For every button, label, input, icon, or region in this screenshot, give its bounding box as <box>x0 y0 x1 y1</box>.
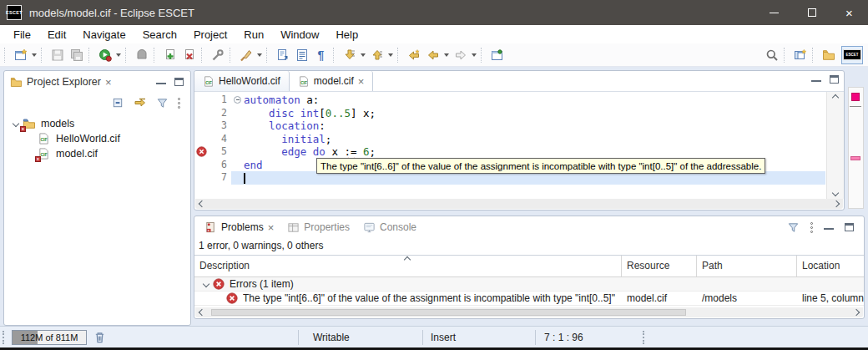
error-marker-icon[interactable] <box>196 146 207 157</box>
tab-problems[interactable]: x Problems × <box>198 217 280 237</box>
tab-properties[interactable]: Properties <box>280 217 356 237</box>
remove-icon[interactable] <box>179 45 199 65</box>
menu-navigate[interactable]: Navigate <box>74 25 134 43</box>
run-dropdown[interactable] <box>114 45 123 65</box>
new-perspective-icon[interactable] <box>790 45 810 65</box>
menu-file[interactable]: File <box>5 25 39 43</box>
previous-annotation-icon[interactable] <box>367 45 386 65</box>
menu-edit[interactable]: Edit <box>39 25 74 43</box>
editor-horizontal-scrollbar[interactable] <box>195 199 843 209</box>
code-text[interactable]: automaton a: disc int[0..5] x; location:… <box>244 92 825 199</box>
pin-editor-icon[interactable] <box>487 45 507 65</box>
tab-close-icon[interactable]: × <box>268 221 275 234</box>
show-whitespace-icon[interactable]: ¶ <box>311 45 331 65</box>
heap-status[interactable]: 112M of 811M <box>12 330 87 345</box>
toolbar-separator <box>230 48 234 63</box>
overview-error-indicator[interactable] <box>851 93 860 101</box>
menu-run[interactable]: Run <box>235 25 272 43</box>
menu-help[interactable]: Help <box>327 25 366 43</box>
wrench-icon[interactable] <box>208 45 227 65</box>
line-number: 2 <box>208 107 231 120</box>
tab-model-cif[interactable]: CIF model.cif × <box>290 71 374 91</box>
column-path[interactable]: Path <box>697 256 797 276</box>
column-resource[interactable]: Resource <box>622 256 697 276</box>
minimize-view-icon[interactable] <box>811 78 821 82</box>
outline-icon[interactable] <box>292 45 311 65</box>
back-dropdown[interactable] <box>442 45 451 65</box>
scroll-right-icon[interactable] <box>853 309 860 316</box>
new-wizard-icon[interactable] <box>11 45 30 65</box>
code-line-4[interactable]: initial; <box>244 133 825 146</box>
code-text-segment: x <box>326 145 345 158</box>
view-menu-icon[interactable] <box>810 222 813 233</box>
link-with-editor-icon[interactable] <box>134 97 147 109</box>
format-icon[interactable] <box>236 45 255 65</box>
tree-item-model[interactable]: CIF x model.cif <box>4 146 190 161</box>
scrollbar-thumb[interactable] <box>211 309 686 316</box>
maximize-view-icon[interactable] <box>174 78 184 86</box>
tab-helloworld-cif[interactable]: CIF HelloWorld.cif <box>194 71 290 91</box>
maximize-view-icon[interactable] <box>845 223 854 231</box>
minimize-button[interactable] <box>755 0 793 25</box>
scroll-right-icon[interactable] <box>833 200 840 207</box>
problems-horizontal-scrollbar[interactable] <box>195 307 863 317</box>
escet-perspective-button[interactable]: ESCET <box>841 46 863 64</box>
add-icon[interactable] <box>160 45 179 65</box>
tab-close-icon[interactable]: × <box>358 75 365 88</box>
cif-file-error-icon: CIF x <box>38 147 51 160</box>
minimize-view-icon[interactable] <box>156 80 166 84</box>
tree-item-models[interactable]: x models <box>4 116 190 131</box>
overview-error-marker[interactable] <box>850 156 860 160</box>
view-menu-icon[interactable] <box>178 98 180 109</box>
format-dropdown[interactable] <box>255 45 264 65</box>
save-icon[interactable] <box>48 45 67 65</box>
last-edit-location-icon[interactable] <box>404 45 423 65</box>
editor-vertical-scrollbar[interactable] <box>826 92 844 199</box>
previous-annotation-dropdown[interactable] <box>386 45 395 65</box>
error-row[interactable]: The type "int[6..6]" of the value of the… <box>194 292 864 306</box>
code-line-2[interactable]: disc int[0..5] x; <box>244 107 825 120</box>
fold-collapse-icon[interactable] <box>234 96 241 104</box>
back-icon[interactable] <box>423 45 442 65</box>
code-line-1[interactable]: automaton a: <box>244 94 825 107</box>
scroll-left-icon[interactable] <box>199 309 205 316</box>
column-location[interactable]: Location <box>797 256 864 276</box>
code-line-5[interactable]: edge do x := 6; <box>244 145 825 159</box>
open-declaration-icon[interactable] <box>273 45 292 65</box>
errors-group-row[interactable]: Errors (1 item) <box>194 277 864 292</box>
scroll-up-icon[interactable] <box>832 94 839 101</box>
scroll-down-icon[interactable] <box>832 190 839 196</box>
maximize-button[interactable] <box>793 0 830 25</box>
garbage-collect-button[interactable] <box>93 331 106 344</box>
forward-icon[interactable] <box>451 45 470 65</box>
error-icon <box>213 278 225 290</box>
run-icon[interactable] <box>95 45 114 65</box>
tree-item-helloworld[interactable]: CIF HelloWorld.cif <box>4 131 190 146</box>
collapse-all-icon[interactable] <box>112 97 124 109</box>
project-explorer-close-icon[interactable]: × <box>105 76 112 89</box>
menu-project[interactable]: Project <box>185 25 235 43</box>
save-all-icon[interactable] <box>67 45 86 65</box>
forward-dropdown[interactable] <box>470 45 478 65</box>
maximize-view-icon[interactable] <box>830 75 839 84</box>
caret-position-status: 7 : 1 : 96 <box>544 332 583 343</box>
filter-icon[interactable] <box>156 97 169 109</box>
new-wizard-dropdown[interactable] <box>30 45 38 65</box>
dropdown-icon <box>116 53 121 57</box>
menu-window[interactable]: Window <box>272 25 327 43</box>
menu-search[interactable]: Search <box>134 25 185 43</box>
close-button[interactable]: × <box>830 0 868 25</box>
launch-config-icon[interactable] <box>132 45 151 65</box>
filter-icon[interactable] <box>787 221 800 234</box>
next-annotation-icon[interactable] <box>340 45 359 65</box>
code-line-3[interactable]: location: <box>244 119 825 133</box>
project-explorer-title: Project Explorer <box>27 76 101 88</box>
minimize-view-icon[interactable] <box>824 226 834 230</box>
scroll-left-icon[interactable] <box>199 200 205 207</box>
expander-icon[interactable] <box>199 282 213 287</box>
next-annotation-dropdown[interactable] <box>359 45 367 65</box>
search-icon[interactable] <box>762 45 781 65</box>
open-perspective-icon[interactable] <box>819 45 838 65</box>
tab-console[interactable]: Console <box>356 217 423 237</box>
code-area[interactable]: 1 2 3 4 5 6 7 automaton a: disc int[0..5… <box>194 91 844 199</box>
